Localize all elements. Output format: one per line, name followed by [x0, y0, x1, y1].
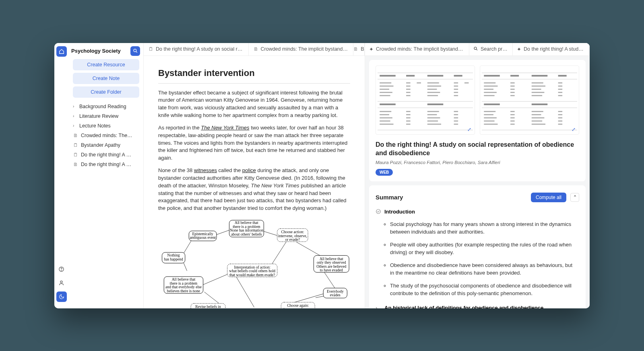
svg-rect-112 [510, 85, 515, 86]
svg-rect-119 [484, 92, 497, 93]
svg-text:has happend: has happend [164, 257, 184, 261]
nyt-link[interactable]: The New York Times [201, 125, 249, 131]
svg-rect-135 [532, 114, 541, 115]
chevron-up-icon[interactable]: ⌃ [570, 193, 579, 202]
bullet: The study of the psychosocial components… [390, 282, 579, 298]
tab-do-the-right-thing[interactable]: 🗒 Do the right thing! A study on social … [144, 43, 249, 55]
folder-lecture-notes[interactable]: ›Lecture Notes [70, 121, 142, 131]
sidebar-item-dotheright-doc[interactable]: 🗎Do the right thing! A … [70, 160, 142, 169]
create-buttons: Create Resource Create Note Create Folde… [69, 59, 143, 98]
svg-rect-130 [510, 111, 515, 112]
svg-rect-108 [510, 82, 515, 83]
section-introduction[interactable]: Introduction [376, 206, 579, 218]
sidebar-item-crowded[interactable]: 🗎Crowded minds: The… [70, 131, 142, 140]
section-historical-lack[interactable]: › An historical lack of definitions for … [376, 302, 579, 308]
svg-rect-74 [427, 95, 438, 96]
article-title: Bystander intervention [158, 68, 350, 78]
witnesses-link[interactable]: witnesses [194, 167, 217, 173]
theme-icon[interactable] [56, 291, 67, 302]
svg-rect-51 [406, 75, 415, 76]
svg-text:Revise beliefs in: Revise beliefs in [195, 305, 221, 308]
svg-rect-110 [558, 82, 563, 83]
svg-point-1 [61, 270, 62, 271]
svg-rect-64 [380, 88, 389, 90]
web-badge: WEB [376, 169, 393, 176]
svg-rect-56 [417, 82, 421, 83]
right-tab-crowded[interactable]: ✦ Crowded minds: The implicit bystander … [365, 43, 469, 55]
search-icon[interactable] [130, 46, 140, 56]
app-window: Psychology Society Create Resource Creat… [54, 43, 590, 308]
svg-rect-116 [510, 88, 515, 90]
tab-crowded-minds[interactable]: 🗎 Crowded minds: The implicit bystander … [249, 43, 354, 55]
svg-rect-77 [427, 103, 443, 105]
sparkle-icon: ✦ [369, 46, 374, 52]
svg-text:All believe that: All believe that [320, 257, 343, 261]
svg-rect-71 [454, 92, 458, 93]
svg-rect-118 [558, 88, 563, 90]
right-body-scroll[interactable]: ⤢ [365, 56, 590, 308]
svg-rect-115 [484, 88, 493, 90]
svg-rect-75 [454, 95, 458, 96]
svg-rect-142 [510, 120, 515, 121]
police-link[interactable]: police [242, 167, 256, 173]
chevron-right-icon: › [73, 123, 77, 128]
svg-rect-126 [558, 95, 563, 96]
svg-rect-63 [454, 85, 458, 86]
tab-b[interactable]: 🗎 B [353, 43, 365, 55]
create-folder-button[interactable]: Create Folder [73, 86, 139, 98]
right-tab-dotheright[interactable]: ✦ Do the right thing! A study on [513, 43, 590, 55]
sidebar-item-dotheright-note[interactable]: 🗒Do the right thing! A … [70, 150, 142, 160]
svg-rect-144 [558, 120, 563, 121]
svg-rect-134 [510, 114, 515, 115]
svg-text:evades: evades [330, 294, 341, 298]
user-icon[interactable] [56, 278, 67, 288]
svg-text:what beliefs could others hold: what beliefs could others hold [229, 269, 275, 273]
svg-rect-61 [406, 85, 411, 86]
right-tab-search[interactable]: Search project [469, 43, 513, 55]
svg-rect-50 [380, 75, 396, 76]
svg-rect-52 [427, 75, 443, 76]
folder-background-reading[interactable]: ›Background Reading [70, 102, 142, 111]
expand-icon[interactable]: ⤢ [570, 126, 577, 133]
article-scroll[interactable]: Bystander intervention The bystander eff… [144, 56, 365, 308]
help-icon[interactable] [56, 264, 67, 275]
create-note-button[interactable]: Create Note [73, 73, 139, 84]
svg-rect-79 [406, 111, 411, 112]
summary-header: Summary Compute all ⌃ [376, 191, 579, 206]
svg-rect-59 [464, 82, 469, 83]
sidebar-item-bystander[interactable]: 🗒Bystander Apathy [70, 140, 142, 150]
svg-text:Everybody: Everybody [327, 289, 344, 294]
svg-rect-139 [532, 117, 545, 118]
check-circle-icon [376, 209, 381, 216]
project-title: Psychology Society [71, 48, 128, 54]
svg-rect-123 [484, 95, 494, 96]
svg-rect-120 [510, 92, 515, 93]
compute-all-button[interactable]: Compute all [531, 193, 566, 202]
folder-literature-review[interactable]: ›Literature Review [70, 111, 142, 121]
svg-rect-66 [427, 88, 437, 90]
svg-point-149 [376, 209, 381, 213]
svg-rect-129 [484, 111, 495, 112]
create-resource-button[interactable]: Create Resource [73, 59, 139, 70]
svg-rect-131 [532, 111, 543, 112]
svg-rect-137 [484, 117, 497, 118]
preview-table-2[interactable]: ⤢ [480, 66, 579, 135]
svg-text:intervene, observe,: intervene, observe, [283, 308, 312, 308]
file-tree: ›Background Reading ›Literature Review ›… [69, 102, 143, 169]
svg-text:All believe that: All believe that [235, 221, 258, 225]
svg-rect-69 [406, 92, 411, 93]
svg-text:Epistemically: Epistemically [192, 232, 214, 236]
sidebar-header: Psychology Society [69, 43, 143, 59]
svg-rect-85 [454, 114, 458, 115]
svg-rect-81 [454, 111, 458, 112]
svg-rect-58 [454, 82, 458, 83]
home-icon[interactable] [56, 46, 67, 57]
svg-rect-53 [454, 75, 462, 76]
svg-rect-148 [558, 123, 563, 125]
expand-icon[interactable]: ⤢ [466, 126, 473, 133]
preview-table-1[interactable]: ⤢ [376, 66, 475, 135]
svg-rect-132 [558, 111, 563, 112]
svg-rect-84 [427, 114, 437, 115]
svg-rect-124 [510, 95, 515, 96]
svg-text:All believe that: All believe that [172, 278, 196, 282]
